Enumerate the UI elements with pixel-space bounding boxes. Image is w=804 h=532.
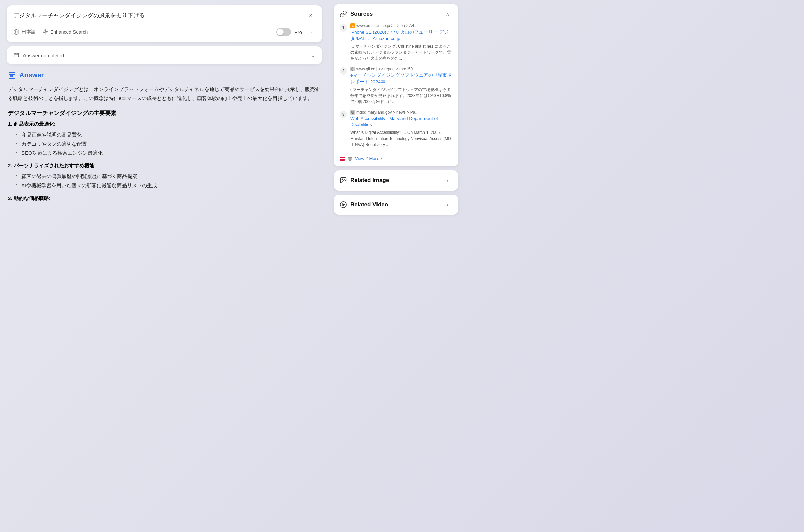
language-option[interactable]: 日本語 [14,29,36,35]
source-title-2[interactable]: eマーチャンダイジングソフトウェアの世界市場レポート 2024年 [350,73,452,85]
flag-icon [340,157,345,161]
sources-title: Sources [340,11,373,18]
related-image-card: Related Image ‹ [334,170,459,191]
source-number-2: 2 [340,68,347,75]
bullet-item: AIや機械学習を用いた個々の顧客に最適な商品リストの生成 [16,181,321,190]
bullet-item: 商品画像や説明の高品質化 [16,130,321,139]
svg-marker-1 [43,30,48,35]
sources-title-text: Sources [350,11,373,17]
source-item-3: 3 mdod.maryland.gov > news > Pa... Web A… [340,110,452,148]
source-url-2: www.gii.co.jp > report > tbrc150... [350,67,452,72]
svg-marker-10 [342,204,344,206]
related-image-collapse-button[interactable]: ‹ [443,176,452,185]
enhanced-search-label: Enhanced Search [50,29,88,35]
view-more-text[interactable]: View 2 More › [355,156,382,161]
related-image-title-text: Related Image [350,177,389,184]
answer-header-box[interactable]: Answer completed ⌄ [7,46,322,64]
answer-header-left: Answer completed [14,52,64,58]
pro-label: Pro [294,29,302,35]
svg-rect-3 [9,73,15,78]
list-item-label: 動的な価格戦略: [14,195,51,201]
message-icon [14,52,19,58]
svg-rect-2 [14,53,19,57]
chevron-down-icon: ⌄ [311,52,315,59]
source-favicon-1: a [350,23,355,28]
answer-completed-label: Answer completed [23,53,64,58]
list-item: パーソナライズされたおすすめ機能: 顧客の過去の購買履歴や閲覧履歴に基づく商品提… [8,163,321,190]
source-title-3[interactable]: Web Accessibility - Maryland Department … [350,116,452,129]
source-url-3: mdod.maryland.gov > news > Pa... [350,110,452,115]
view-more-row[interactable]: View 2 More › [340,153,452,161]
language-label: 日本語 [21,29,36,35]
source-item-2: 2 www.gii.co.jp > report > tbrc150... eマ… [340,67,452,104]
list-item: 動的な価格戦略: [8,195,321,202]
globe-small-icon [348,156,352,161]
source-url-text-2: www.gii.co.jp > report > tbrc150... [356,67,416,72]
answer-body: デジタルマーチャンダイジングとは、オンラインプラットフォームやデジタルチャネルを… [8,84,321,103]
source-snippet-1: … マーチャンダイジング. Christine aka stine1 によるこの… [350,43,452,61]
source-url-text-1: www.amazon.co.jp > - > en > A4... [356,23,417,28]
answer-calendar-icon [8,71,16,79]
main-content: デジタルマーチャンダイジングの風景を掘り下げる × 日本語 Enhanced S… [0,0,329,532]
source-number-3: 3 [340,111,347,118]
section-heading: デジタルマーチャンダイジングの主要要素 [8,109,321,117]
sources-header: Sources ∧ [340,10,452,19]
sources-collapse-button[interactable]: ∧ [443,10,452,19]
bullet-item: SEO対策による検索エンジン最適化 [16,148,321,157]
related-image-title: Related Image [340,177,389,184]
search-box: デジタルマーチャンダイジングの風景を掘り下げる × 日本語 Enhanced S… [7,5,322,42]
answer-title: Answer [8,71,321,79]
source-url-1: a www.amazon.co.jp > - > en > A4... [350,23,452,28]
related-video-title: Related Video [340,201,388,208]
source-number-1: 1 [340,24,347,32]
source-snippet-3: What is Digital Accessibility? … On Marc… [350,130,452,148]
enhanced-search-option[interactable]: Enhanced Search [42,29,88,35]
video-icon [340,201,347,208]
source-content-2: www.gii.co.jp > report > tbrc150... eマーチ… [350,67,452,104]
source-item-1: 1 a www.amazon.co.jp > - > en > A4... iP… [340,23,452,61]
image-icon [340,177,347,184]
related-image-header: Related Image ‹ [340,176,452,185]
pro-toggle[interactable] [276,28,291,36]
list-item-label: パーソナライズされたおすすめ機能: [14,163,96,168]
source-favicon-2 [350,67,355,72]
answer-title-text: Answer [19,72,44,79]
list-item: 商品表示の最適化: 商品画像や説明の高品質化 カテゴリやタグの適切な配置 SEO… [8,121,321,157]
svg-point-8 [342,179,342,180]
search-query-text: デジタルマーチャンダイジングの風景を掘り下げる [14,12,145,19]
related-video-collapse-button[interactable]: ‹ [443,200,452,209]
search-options-row: 日本語 Enhanced Search Pro → [14,27,315,37]
numbered-list: 商品表示の最適化: 商品画像や説明の高品質化 カテゴリやタグの適切な配置 SEO… [8,121,321,202]
related-video-title-text: Related Video [350,201,388,208]
bullet-item: カテゴリやタグの適切な配置 [16,139,321,148]
source-snippet-2: eマーチャンダイジング ソフトウェアの市場規模は今後数年で急成長が見込まれます。… [350,87,452,104]
sources-icon [340,11,347,18]
source-url-text-3: mdod.maryland.gov > news > Pa... [356,110,418,115]
pro-arrow-button[interactable]: → [305,27,315,37]
globe-icon [14,29,19,35]
sidebar: Sources ∧ 1 a www.amazon.co.jp > - > en … [329,0,463,532]
bullet-item: 顧客の過去の購買履歴や閲覧履歴に基づく商品提案 [16,172,321,181]
bullet-list: 顧客の過去の購買履歴や閲覧履歴に基づく商品提案 AIや機械学習を用いた個々の顧客… [8,172,321,190]
search-query-row: デジタルマーチャンダイジングの風景を掘り下げる × [14,11,315,20]
list-item-label: 商品表示の最適化: [14,121,56,127]
source-favicon-3 [350,110,355,115]
pro-section: Pro → [276,27,315,37]
source-title-1[interactable]: iPhone SE (2020) / 7 / 8 火山のフューリー デジタルAI… [350,29,452,42]
lightning-icon [42,29,48,35]
bullet-list: 商品画像や説明の高品質化 カテゴリやタグの適切な配置 SEO対策による検索エンジ… [8,130,321,157]
sources-card: Sources ∧ 1 a www.amazon.co.jp > - > en … [334,4,459,166]
source-content-1: a www.amazon.co.jp > - > en > A4... iPho… [350,23,452,61]
related-video-card: Related Video ‹ [334,194,459,215]
related-video-header: Related Video ‹ [340,200,452,209]
close-button[interactable]: × [306,11,315,20]
source-content-3: mdod.maryland.gov > news > Pa... Web Acc… [350,110,452,148]
answer-section: Answer デジタルマーチャンダイジングとは、オンラインプラットフォームやデジ… [7,70,322,212]
